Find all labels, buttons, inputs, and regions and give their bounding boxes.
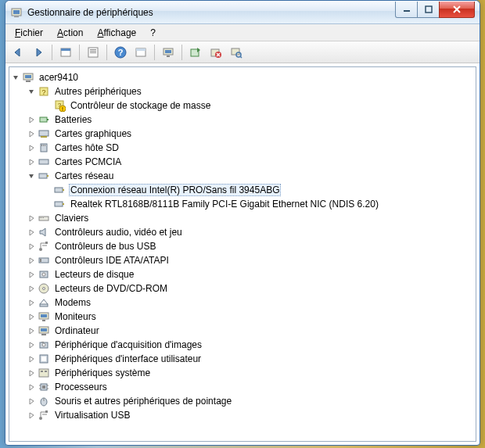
tree-device-ethernet[interactable]: Realtek RTL8168B/8111B Family PCI-E Giga…	[41, 197, 476, 211]
properties-button[interactable]	[84, 43, 102, 62]
tree-category-dvd[interactable]: Lecteurs de DVD/CD-ROM	[25, 281, 476, 296]
category-label[interactable]: Cartes hôte SD	[53, 142, 120, 154]
expand-icon[interactable]	[25, 142, 38, 154]
tree-category-audio[interactable]: Contrôleurs audio, vidéo et jeu	[25, 225, 476, 239]
tree-category-virtual-usb[interactable]: Virtualisation USB	[25, 408, 476, 422]
menu-action[interactable]: Action	[51, 26, 89, 40]
category-label[interactable]: Périphériques d'interface utilisateur	[53, 353, 203, 365]
device-label[interactable]: Realtek RTL8168B/8111B Family PCI-E Giga…	[69, 198, 380, 210]
svg-rect-69	[41, 342, 44, 342]
close-button[interactable]	[439, 2, 475, 18]
tree-category-keyboards[interactable]: Claviers	[25, 211, 476, 225]
tree-category-graphics[interactable]: Cartes graphiques	[25, 127, 476, 141]
collapse-icon[interactable]	[9, 71, 22, 84]
menu-view[interactable]: Affichage	[91, 26, 142, 40]
category-label[interactable]: Contrôleurs de bus USB	[53, 240, 157, 253]
expand-icon[interactable]	[25, 296, 38, 309]
expand-icon[interactable]	[25, 324, 38, 337]
back-button[interactable]	[9, 43, 27, 62]
uninstall-button[interactable]	[207, 43, 225, 62]
expand-icon[interactable]	[25, 113, 38, 126]
category-label[interactable]: Souris et autres périphériques de pointa…	[53, 395, 233, 407]
svg-point-57	[42, 273, 45, 276]
device-label[interactable]: Contrôleur de stockage de masse	[69, 99, 212, 112]
expand-icon[interactable]	[25, 409, 38, 421]
show-hide-console-button[interactable]	[56, 43, 75, 62]
expand-icon[interactable]	[25, 395, 38, 407]
expand-icon[interactable]	[25, 156, 38, 168]
expand-icon[interactable]	[25, 353, 38, 365]
expand-icon[interactable]	[25, 339, 38, 351]
tree-category-ide[interactable]: Contrôleurs IDE ATA/ATAPI	[25, 253, 476, 267]
expand-icon[interactable]	[25, 240, 38, 253]
tree-category-hid[interactable]: Périphériques d'interface utilisateur	[25, 352, 476, 366]
device-label[interactable]: Connexion réseau Intel(R) PRO/Sans fil 3…	[69, 184, 281, 196]
tree-category-pcmcia[interactable]: Cartes PCMCIA	[25, 155, 476, 169]
expand-icon[interactable]	[25, 127, 38, 140]
expand-icon[interactable]	[25, 367, 38, 379]
tree-category-modems[interactable]: Modems	[25, 296, 476, 310]
tree-device-wifi[interactable]: Connexion réseau Intel(R) PRO/Sans fil 3…	[41, 183, 476, 197]
expand-icon[interactable]	[25, 268, 38, 281]
category-label[interactable]: Cartes graphiques	[53, 127, 133, 140]
tree-category-mouse[interactable]: Souris et autres périphériques de pointa…	[25, 394, 476, 408]
expand-icon[interactable]	[25, 310, 38, 323]
category-label[interactable]: Contrôleurs audio, vidéo et jeu	[53, 226, 184, 238]
category-label[interactable]: Lecteurs de disque	[53, 268, 135, 281]
speaker-icon	[38, 226, 50, 238]
category-label[interactable]: Lecteurs de DVD/CD-ROM	[53, 282, 169, 295]
tree-device-mass-storage[interactable]: ?! Contrôleur de stockage de masse	[41, 99, 476, 113]
tree-category-monitors[interactable]: Moniteurs	[25, 310, 476, 324]
maximize-button[interactable]	[417, 2, 440, 18]
minimize-button[interactable]	[395, 2, 418, 18]
category-label[interactable]: Cartes PCMCIA	[53, 156, 123, 168]
svg-rect-45	[63, 189, 64, 191]
tree-category-usb[interactable]: Contrôleurs de bus USB	[25, 239, 476, 253]
tree-category-other-devices[interactable]: ? Autres périphériques	[25, 84, 476, 99]
category-label[interactable]: Claviers	[53, 212, 90, 224]
svg-rect-39	[43, 145, 44, 146]
menu-help[interactable]: ?	[144, 26, 162, 40]
category-label[interactable]: Modems	[53, 296, 92, 309]
category-label[interactable]: Périphérique d'acquisition d'images	[53, 339, 203, 351]
svg-rect-53	[45, 242, 48, 244]
category-label[interactable]: Cartes réseau	[53, 170, 115, 182]
category-label[interactable]: Moniteurs	[53, 310, 98, 323]
menu-file[interactable]: Fichier	[9, 26, 49, 40]
root-label[interactable]: acer9410	[38, 71, 80, 84]
forward-button[interactable]	[29, 43, 48, 62]
separator	[52, 45, 52, 60]
category-label[interactable]: Virtualisation USB	[53, 409, 132, 421]
monitor-button[interactable]	[159, 43, 178, 62]
collapse-icon[interactable]	[25, 85, 38, 98]
tree-category-batteries[interactable]: Batteries	[25, 113, 476, 127]
unknown-device-icon: ?	[38, 85, 50, 98]
help-button[interactable]: ?	[111, 43, 130, 62]
tree-category-imaging[interactable]: Périphérique d'acquisition d'images	[25, 338, 476, 352]
update-driver-button[interactable]	[186, 43, 205, 62]
tree-category-system[interactable]: Périphériques système	[25, 366, 476, 380]
scan-hardware-button[interactable]	[227, 43, 246, 62]
collapse-icon[interactable]	[25, 170, 38, 182]
category-label[interactable]: Autres périphériques	[53, 85, 143, 98]
expand-icon[interactable]	[25, 381, 38, 393]
expand-icon[interactable]	[25, 226, 38, 238]
svg-rect-43	[47, 175, 48, 177]
category-label[interactable]: Batteries	[53, 113, 93, 126]
expand-icon[interactable]	[25, 282, 38, 295]
tree-category-computer[interactable]: Ordinateur	[25, 324, 476, 338]
expand-icon[interactable]	[25, 254, 38, 267]
category-label[interactable]: Contrôleurs IDE ATA/ATAPI	[53, 254, 171, 267]
expand-icon[interactable]	[25, 212, 38, 224]
tree-category-disk[interactable]: Lecteurs de disque	[25, 267, 476, 281]
tree-category-network[interactable]: Cartes réseau	[25, 169, 476, 183]
device-tree-pane[interactable]: acer9410 ? Autres périphériques	[9, 66, 476, 442]
category-label[interactable]: Ordinateur	[53, 324, 101, 337]
view-options-button[interactable]	[131, 43, 150, 62]
tree-category-sd-host[interactable]: Cartes hôte SD	[25, 141, 476, 155]
category-label[interactable]: Processeurs	[53, 381, 109, 393]
tree-category-cpu[interactable]: Processeurs	[25, 380, 476, 394]
tree-root[interactable]: acer9410	[9, 70, 476, 84]
titlebar[interactable]: Gestionnaire de périphériques	[5, 1, 480, 24]
category-label[interactable]: Périphériques système	[53, 367, 152, 379]
